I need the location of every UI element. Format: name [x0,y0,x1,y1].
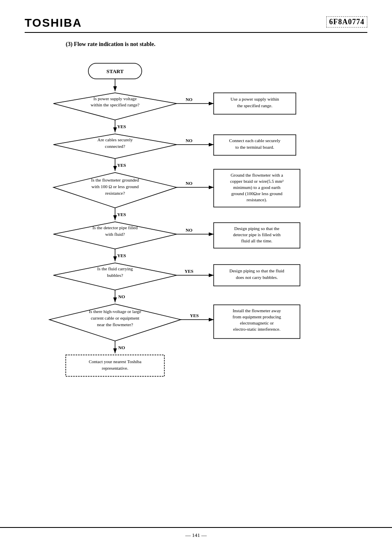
q1-yes-label: YES [117,124,126,129]
a1-text2: the specified range. [237,103,272,108]
end-text2: representative. [102,366,129,371]
q5-text1: Is the fluid carrying [97,266,133,271]
q6-text3: near the flowmeter? [97,322,133,327]
a6-text2: from equipment producing [233,314,281,319]
start-label: START [106,68,124,74]
q1-text: Is power supply voltage [93,96,137,101]
a2-text1: Connect each cable securely [229,138,281,143]
end-text1: Contact your nearest Toshiba [89,359,141,364]
a6-text4: electro-static interference. [233,327,281,332]
logo: TOSHIBA [25,16,82,30]
q5-yes-label: YES [184,269,193,274]
q2-yes-label: YES [117,163,126,168]
a3-text2: copper braid or wire(5.5 mm² [230,179,284,184]
q6-text2: current cable or equipment [91,315,139,320]
page: TOSHIBA 6F8A0774 (3) Flow rate indicatio… [0,0,392,555]
a2-text2: to the terminal board. [235,145,274,150]
q2-text2: connected? [105,144,125,149]
q4-text2: with fluid? [105,232,125,237]
q6-yes-label: YES [190,313,198,318]
a6-text1: Install the flowmeter away [233,308,281,313]
footer: — 141 — [0,527,392,539]
a3-text3: minimum) to a good earth [233,185,281,190]
a6-text3: electromagnetic or [240,320,274,325]
q4-no-label: NO [186,228,193,233]
q3-text3: resistance? [105,191,125,196]
q5-text2: bubbles? [107,273,123,278]
header: TOSHIBA 6F8A0774 [25,16,367,33]
q5-no-label: NO [118,294,125,299]
q3-no-label: NO [186,181,193,186]
a4-text1: Design piping so that the [234,226,279,231]
flowchart-svg: START Is power supply voltage within the… [25,55,366,507]
q6-no-label: NO [118,345,125,350]
q2-no-label: NO [186,138,193,143]
q1-text2: within the specified range? [91,102,140,107]
q4-text1: Is the detector pipe filled [92,225,138,230]
q6-text1: Is there high-voltage or large [89,309,141,314]
a3-text4: ground (100Ωor less ground [231,191,283,196]
a5-text2: does not carry bubbles. [236,275,278,280]
q3-yes-label: YES [117,212,126,217]
q4-yes-label: YES [117,253,126,258]
flow-title: (3) Flow rate indication is not stable. [66,41,367,48]
a3-text1: Ground the flowmeter with a [231,173,283,177]
q3-text2: with 100 Ω or less ground [92,184,139,189]
q2-text1: Are cables securely [97,137,133,142]
doc-number: 6F8A0774 [326,16,367,28]
page-number: — 141 — [185,532,207,538]
a4-text3: fluid all the time. [241,238,272,243]
q3-text1: Is the flowmeter grounded [91,177,139,182]
a5-text1: Design piping so that the fluid [229,268,284,273]
a1-text1: Use a power supply within [231,97,279,101]
q1-no-label: NO [186,97,193,102]
flowchart-container: START Is power supply voltage within the… [25,55,367,509]
a3-text5: resistance). [247,197,267,203]
a4-text2: detector pipe is filled with [233,232,281,237]
